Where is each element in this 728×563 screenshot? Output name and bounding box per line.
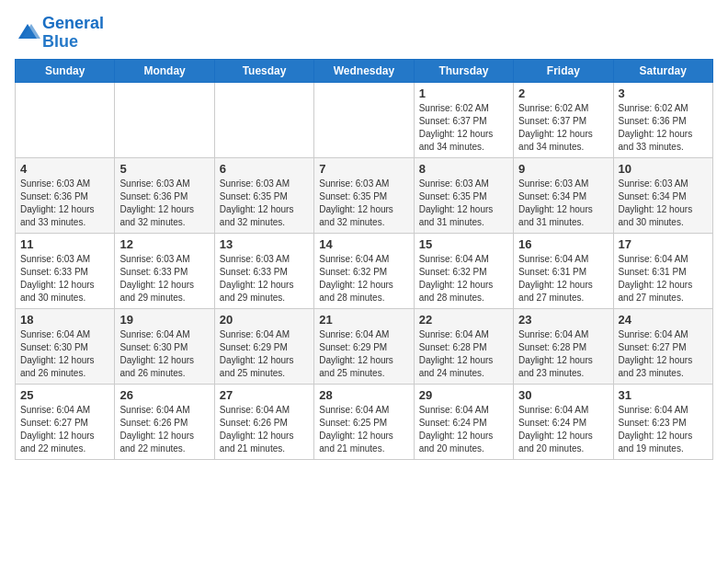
calendar-cell: 31Sunrise: 6:04 AM Sunset: 6:23 PM Dayli…: [613, 384, 712, 459]
day-number: 7: [319, 162, 408, 176]
day-info: Sunrise: 6:04 AM Sunset: 6:26 PM Dayligh…: [119, 404, 209, 455]
calendar-cell: 19Sunrise: 6:04 AM Sunset: 6:30 PM Dayli…: [115, 308, 214, 384]
calendar-cell: 2Sunrise: 6:02 AM Sunset: 6:37 PM Daylig…: [514, 82, 613, 157]
day-number: 25: [20, 388, 109, 402]
day-number: 21: [319, 313, 408, 327]
day-info: Sunrise: 6:04 AM Sunset: 6:27 PM Dayligh…: [619, 328, 708, 380]
day-header-wednesday: Wednesday: [314, 59, 414, 82]
day-header-tuesday: Tuesday: [214, 59, 313, 82]
day-number: 29: [419, 388, 508, 402]
day-number: 11: [20, 237, 109, 251]
calendar-cell: 13Sunrise: 6:03 AM Sunset: 6:33 PM Dayli…: [214, 233, 313, 308]
page-header: General Blue: [15, 15, 713, 52]
day-info: Sunrise: 6:03 AM Sunset: 6:33 PM Dayligh…: [119, 253, 209, 304]
day-number: 5: [119, 162, 209, 176]
day-info: Sunrise: 6:03 AM Sunset: 6:35 PM Dayligh…: [419, 178, 508, 229]
calendar-cell: 22Sunrise: 6:04 AM Sunset: 6:28 PM Dayli…: [414, 308, 513, 384]
day-number: 8: [419, 162, 508, 176]
day-info: Sunrise: 6:03 AM Sunset: 6:36 PM Dayligh…: [20, 178, 109, 229]
calendar-cell: 17Sunrise: 6:04 AM Sunset: 6:31 PM Dayli…: [613, 233, 712, 308]
calendar-cell: 27Sunrise: 6:04 AM Sunset: 6:26 PM Dayli…: [214, 384, 313, 459]
day-number: 20: [220, 313, 309, 327]
day-info: Sunrise: 6:02 AM Sunset: 6:37 PM Dayligh…: [419, 102, 508, 154]
day-info: Sunrise: 6:04 AM Sunset: 6:32 PM Dayligh…: [319, 253, 408, 304]
day-info: Sunrise: 6:04 AM Sunset: 6:24 PM Dayligh…: [419, 404, 508, 455]
day-number: 9: [518, 162, 608, 176]
day-number: 23: [518, 313, 608, 327]
calendar-week-2: 4Sunrise: 6:03 AM Sunset: 6:36 PM Daylig…: [16, 157, 713, 233]
calendar-cell: [16, 82, 115, 157]
day-number: 1: [419, 86, 508, 100]
calendar-cell: 29Sunrise: 6:04 AM Sunset: 6:24 PM Dayli…: [414, 384, 513, 459]
calendar-cell: 21Sunrise: 6:04 AM Sunset: 6:29 PM Dayli…: [314, 308, 414, 384]
day-info: Sunrise: 6:03 AM Sunset: 6:34 PM Dayligh…: [619, 178, 708, 229]
day-info: Sunrise: 6:04 AM Sunset: 6:30 PM Dayligh…: [20, 328, 109, 380]
calendar-cell: 25Sunrise: 6:04 AM Sunset: 6:27 PM Dayli…: [16, 384, 115, 459]
calendar-cell: [314, 82, 414, 157]
day-info: Sunrise: 6:04 AM Sunset: 6:28 PM Dayligh…: [419, 328, 508, 380]
day-info: Sunrise: 6:04 AM Sunset: 6:29 PM Dayligh…: [319, 328, 408, 380]
day-number: 30: [518, 388, 608, 402]
calendar-cell: 12Sunrise: 6:03 AM Sunset: 6:33 PM Dayli…: [115, 233, 214, 308]
calendar-week-1: 1Sunrise: 6:02 AM Sunset: 6:37 PM Daylig…: [16, 82, 713, 157]
logo: General Blue: [15, 15, 104, 52]
day-info: Sunrise: 6:04 AM Sunset: 6:31 PM Dayligh…: [518, 253, 608, 304]
day-info: Sunrise: 6:03 AM Sunset: 6:33 PM Dayligh…: [220, 253, 309, 304]
calendar-week-4: 18Sunrise: 6:04 AM Sunset: 6:30 PM Dayli…: [16, 308, 713, 384]
calendar-cell: [115, 82, 214, 157]
day-number: 17: [619, 237, 708, 251]
calendar-cell: 28Sunrise: 6:04 AM Sunset: 6:25 PM Dayli…: [314, 384, 414, 459]
calendar-cell: 26Sunrise: 6:04 AM Sunset: 6:26 PM Dayli…: [115, 384, 214, 459]
day-number: 4: [20, 162, 109, 176]
day-info: Sunrise: 6:04 AM Sunset: 6:25 PM Dayligh…: [319, 404, 408, 455]
calendar-cell: 6Sunrise: 6:03 AM Sunset: 6:35 PM Daylig…: [214, 157, 313, 233]
calendar-week-3: 11Sunrise: 6:03 AM Sunset: 6:33 PM Dayli…: [16, 233, 713, 308]
day-info: Sunrise: 6:04 AM Sunset: 6:29 PM Dayligh…: [220, 328, 309, 380]
day-info: Sunrise: 6:03 AM Sunset: 6:35 PM Dayligh…: [220, 178, 309, 229]
calendar-cell: 10Sunrise: 6:03 AM Sunset: 6:34 PM Dayli…: [613, 157, 712, 233]
logo-icon: [15, 20, 40, 46]
calendar-cell: 1Sunrise: 6:02 AM Sunset: 6:37 PM Daylig…: [414, 82, 513, 157]
day-number: 14: [319, 237, 408, 251]
day-number: 12: [119, 237, 209, 251]
day-header-sunday: Sunday: [16, 59, 115, 82]
calendar-cell: 23Sunrise: 6:04 AM Sunset: 6:28 PM Dayli…: [514, 308, 613, 384]
day-info: Sunrise: 6:04 AM Sunset: 6:28 PM Dayligh…: [518, 328, 608, 380]
day-number: 15: [419, 237, 508, 251]
day-number: 22: [419, 313, 508, 327]
day-number: 26: [119, 388, 209, 402]
day-number: 3: [619, 86, 708, 100]
day-info: Sunrise: 6:04 AM Sunset: 6:27 PM Dayligh…: [20, 404, 109, 455]
day-info: Sunrise: 6:04 AM Sunset: 6:31 PM Dayligh…: [619, 253, 708, 304]
day-info: Sunrise: 6:02 AM Sunset: 6:37 PM Dayligh…: [518, 102, 608, 154]
day-info: Sunrise: 6:03 AM Sunset: 6:35 PM Dayligh…: [319, 178, 408, 229]
calendar-cell: 9Sunrise: 6:03 AM Sunset: 6:34 PM Daylig…: [514, 157, 613, 233]
calendar-header: SundayMondayTuesdayWednesdayThursdayFrid…: [16, 59, 713, 82]
day-number: 19: [119, 313, 209, 327]
calendar-cell: 5Sunrise: 6:03 AM Sunset: 6:36 PM Daylig…: [115, 157, 214, 233]
day-header-friday: Friday: [514, 59, 613, 82]
day-info: Sunrise: 6:03 AM Sunset: 6:36 PM Dayligh…: [119, 178, 209, 229]
day-number: 27: [220, 388, 309, 402]
calendar-cell: 8Sunrise: 6:03 AM Sunset: 6:35 PM Daylig…: [414, 157, 513, 233]
day-number: 16: [518, 237, 608, 251]
day-number: 10: [619, 162, 708, 176]
calendar-cell: 24Sunrise: 6:04 AM Sunset: 6:27 PM Dayli…: [613, 308, 712, 384]
calendar-cell: 18Sunrise: 6:04 AM Sunset: 6:30 PM Dayli…: [16, 308, 115, 384]
day-info: Sunrise: 6:04 AM Sunset: 6:23 PM Dayligh…: [619, 404, 708, 455]
calendar-cell: 7Sunrise: 6:03 AM Sunset: 6:35 PM Daylig…: [314, 157, 414, 233]
calendar-cell: 30Sunrise: 6:04 AM Sunset: 6:24 PM Dayli…: [514, 384, 613, 459]
day-number: 28: [319, 388, 408, 402]
day-info: Sunrise: 6:04 AM Sunset: 6:24 PM Dayligh…: [518, 404, 608, 455]
calendar-week-5: 25Sunrise: 6:04 AM Sunset: 6:27 PM Dayli…: [16, 384, 713, 459]
day-info: Sunrise: 6:03 AM Sunset: 6:33 PM Dayligh…: [20, 253, 109, 304]
logo-text: General Blue: [42, 15, 104, 52]
calendar-cell: 11Sunrise: 6:03 AM Sunset: 6:33 PM Dayli…: [16, 233, 115, 308]
calendar-cell: 16Sunrise: 6:04 AM Sunset: 6:31 PM Dayli…: [514, 233, 613, 308]
day-info: Sunrise: 6:04 AM Sunset: 6:30 PM Dayligh…: [119, 328, 209, 380]
day-info: Sunrise: 6:02 AM Sunset: 6:36 PM Dayligh…: [619, 102, 708, 154]
day-number: 18: [20, 313, 109, 327]
calendar-table: SundayMondayTuesdayWednesdayThursdayFrid…: [15, 59, 713, 460]
day-number: 6: [220, 162, 309, 176]
day-header-monday: Monday: [115, 59, 214, 82]
